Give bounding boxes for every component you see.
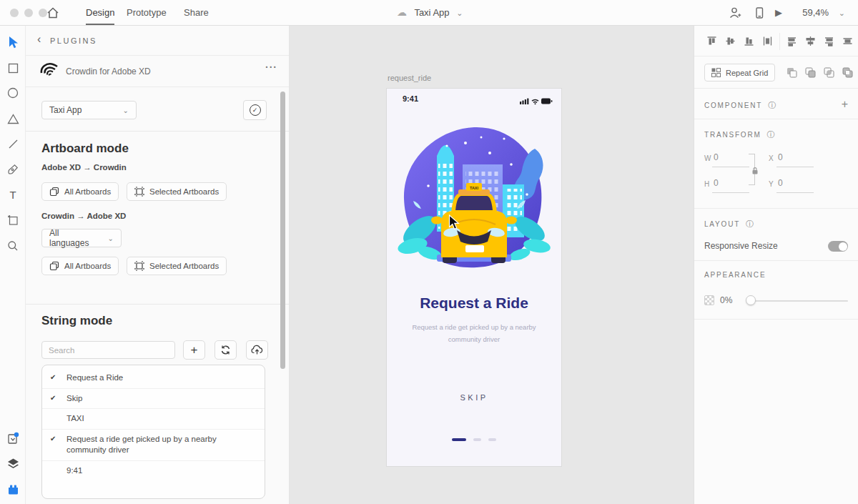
string-list-item[interactable]: ✔ Request a Ride: [42, 368, 265, 389]
xd-to-crowdin-label: Adobe XD → Crowdin: [41, 163, 127, 172]
refresh-button[interactable]: [214, 340, 237, 360]
artboard-mode-title: Artboard mode: [41, 142, 129, 156]
check-icon: ✔: [50, 372, 56, 382]
project-select[interactable]: Taxi App ⌄: [41, 101, 137, 119]
align-bottom-icon[interactable]: [743, 35, 755, 47]
rectangle-tool-icon[interactable]: [6, 61, 20, 75]
boolean-exclude-icon[interactable]: [842, 66, 854, 79]
status-icons: [520, 95, 553, 108]
copy-stack-icon: [49, 187, 59, 197]
screen-title[interactable]: Request a Ride: [387, 295, 561, 312]
skip-button[interactable]: SKIP: [387, 393, 561, 402]
divider: [26, 131, 289, 132]
plugins-panel-icon[interactable]: [6, 482, 20, 496]
all-artboards-button-2[interactable]: All Artboards: [41, 257, 119, 275]
home-icon[interactable]: [46, 6, 60, 20]
string-list-item[interactable]: ✔ 9:41: [42, 461, 265, 481]
window-minimize-button[interactable]: [24, 9, 33, 17]
device-preview-icon[interactable]: [752, 6, 766, 20]
artboard-request-ride[interactable]: 9:41: [387, 89, 561, 466]
lock-icon[interactable]: [751, 165, 759, 178]
tab-prototype[interactable]: Prototype: [127, 0, 167, 25]
align-center-horizontal-icon[interactable]: [804, 35, 817, 47]
boolean-subtract-icon[interactable]: [804, 66, 817, 79]
ellipse-tool-icon[interactable]: [6, 86, 20, 100]
repeat-grid-button[interactable]: Repeat Grid: [704, 64, 775, 81]
back-chevron-icon[interactable]: ‹: [37, 33, 41, 46]
copy-stack-icon: [49, 261, 59, 271]
info-icon[interactable]: ⓘ: [746, 219, 754, 228]
transform-title: TRANSFORMⓘ: [704, 129, 775, 140]
line-tool-icon[interactable]: [6, 137, 20, 151]
align-middle-vertical-icon[interactable]: [724, 35, 736, 47]
crowdin-plugin-panel: ‹ PLUGINS Crowdin for Adobe XD ··· Taxi …: [26, 26, 290, 504]
polygon-tool-icon[interactable]: [6, 112, 20, 126]
opacity-value[interactable]: 0%: [720, 295, 732, 305]
page-dot: [473, 438, 481, 441]
search-input[interactable]: [41, 341, 175, 359]
pen-tool-icon[interactable]: [6, 162, 20, 177]
adobe-xd-window: Design Prototype Share ☁ Taxi App ⌄ ▶ 59…: [0, 0, 858, 504]
assets-panel-icon[interactable]: [6, 431, 20, 445]
chevron-down-icon: ⌄: [839, 9, 845, 17]
plugins-header-label: PLUGINS: [50, 36, 97, 45]
tab-share[interactable]: Share: [184, 0, 209, 25]
play-icon[interactable]: ▶: [775, 7, 789, 21]
status-time: 9:41: [403, 94, 418, 103]
tab-design[interactable]: Design: [86, 0, 114, 25]
responsive-resize-toggle[interactable]: [828, 241, 848, 252]
document-title[interactable]: ☁ Taxi App ⌄: [397, 0, 463, 25]
design-canvas[interactable]: request_ride 9:41: [290, 26, 694, 504]
mouse-cursor: [448, 214, 460, 230]
screen-subtitle[interactable]: Request a ride get picked up by a nearby…: [410, 322, 538, 345]
check-icon: ✔: [50, 393, 56, 403]
invite-user-icon[interactable]: [728, 6, 742, 20]
string-list: ✔ Request a Ride ✔ Skip ✔ TAXI ✔ Request…: [41, 365, 265, 499]
info-icon[interactable]: ⓘ: [767, 130, 775, 139]
string-list-item[interactable]: ✔ Request a ride get picked up by a near…: [42, 430, 265, 461]
layout-section: LAYOUTⓘ Responsive Resize: [694, 209, 858, 261]
wifi-icon: [532, 99, 538, 104]
info-icon[interactable]: ⓘ: [768, 101, 776, 109]
selected-artboards-button[interactable]: Selected Artboards: [127, 182, 227, 201]
upload-button[interactable]: [246, 340, 268, 360]
align-top-icon[interactable]: [706, 35, 718, 47]
boolean-intersect-icon[interactable]: [823, 66, 835, 79]
layers-panel-icon[interactable]: [6, 456, 20, 470]
all-artboards-button[interactable]: All Artboards: [41, 182, 119, 201]
add-component-icon[interactable]: +: [842, 98, 848, 111]
text-tool-icon[interactable]: T: [6, 187, 20, 202]
align-right-icon[interactable]: [823, 35, 835, 47]
distribute-vertical-icon[interactable]: [761, 35, 774, 47]
opacity-slider-track[interactable]: [750, 300, 848, 302]
string-list-item[interactable]: ✔ TAXI: [42, 409, 265, 430]
languages-select[interactable]: All languages ⌄: [41, 229, 122, 247]
plugins-header: ‹ PLUGINS: [26, 26, 289, 56]
opacity-slider-knob[interactable]: [746, 295, 756, 305]
left-toolbar: T: [0, 26, 26, 504]
page-dot-active: [452, 438, 466, 441]
page-indicator: [387, 433, 561, 445]
artboard-name-label[interactable]: request_ride: [388, 74, 431, 82]
svg-text:TAXI: TAXI: [470, 186, 479, 190]
confirm-project-button[interactable]: ✓: [243, 100, 267, 120]
string-list-item[interactable]: ✔ Skip: [42, 389, 265, 410]
check-circle-icon: ✓: [250, 104, 261, 116]
artboard-tool-icon[interactable]: [6, 213, 20, 227]
page-dot: [488, 438, 496, 441]
boolean-add-icon[interactable]: [786, 66, 798, 79]
opacity-checker-icon: [704, 295, 714, 305]
window-close-button[interactable]: [10, 9, 19, 17]
panel-scrollbar[interactable]: [280, 92, 285, 369]
distribute-horizontal-icon[interactable]: [842, 35, 854, 47]
top-bar: Design Prototype Share ☁ Taxi App ⌄ ▶ 59…: [0, 0, 858, 26]
chevron-down-icon: ⌄: [456, 9, 463, 17]
more-options-icon[interactable]: ···: [265, 61, 277, 73]
zoom-level-control[interactable]: 59,4% ⌄: [802, 0, 845, 25]
align-left-icon[interactable]: [786, 35, 798, 47]
add-string-button[interactable]: +: [183, 340, 205, 360]
selected-artboards-button-2[interactable]: Selected Artboards: [127, 257, 227, 275]
crowdin-logo-icon: [40, 62, 59, 82]
select-tool-icon[interactable]: [6, 35, 20, 49]
zoom-tool-icon[interactable]: [6, 239, 20, 253]
